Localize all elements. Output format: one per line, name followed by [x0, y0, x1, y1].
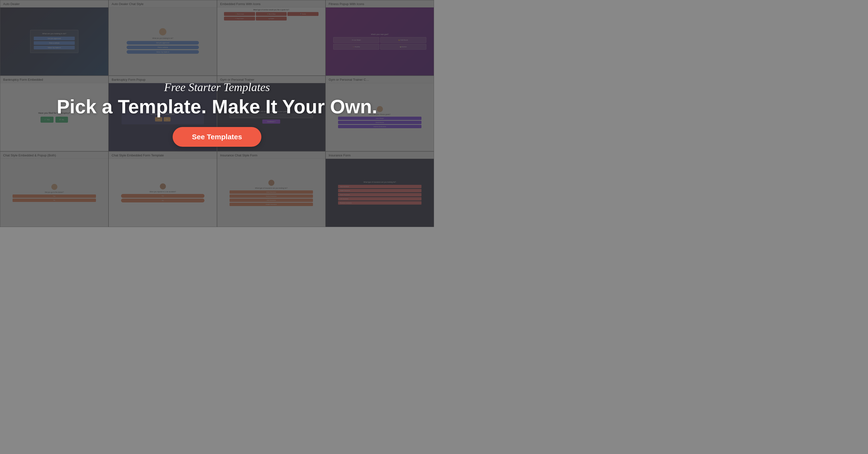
overlay-main-title: Pick a Template. Make It Your Own. — [57, 96, 377, 117]
see-templates-button[interactable]: See Templates — [173, 127, 261, 147]
promo-overlay: Free Starter Templates Pick a Template. … — [0, 0, 434, 227]
overlay-script-title: Free Starter Templates — [164, 80, 270, 94]
